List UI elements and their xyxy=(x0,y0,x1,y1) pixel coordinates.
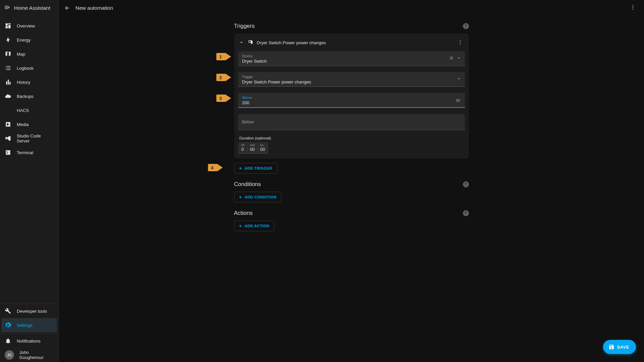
sidebar-item-media[interactable]: Media xyxy=(0,117,58,131)
duration-label: Duration (optional) xyxy=(239,136,465,140)
sidebar-item-logbook[interactable]: Logbook xyxy=(0,61,58,75)
sidebar-item-label: Notifications xyxy=(17,339,41,344)
sidebar-item-hacs[interactable]: HACS xyxy=(0,103,58,117)
main: New automation Triggers ? Dryer Switch xyxy=(59,0,644,362)
duration-field[interactable]: hh 0 : mm 00 : ss 00 xyxy=(238,142,269,154)
add-condition-label: ADD CONDITION xyxy=(245,195,276,199)
above-field[interactable]: Above W xyxy=(238,93,465,108)
vscode-icon xyxy=(5,135,11,142)
sidebar-item-notifications[interactable]: Notifications xyxy=(0,334,58,348)
lightning-icon xyxy=(5,37,11,43)
sidebar-item-energy[interactable]: Energy xyxy=(0,33,58,47)
duration-hh[interactable]: 0 xyxy=(241,147,245,152)
sidebar-item-label: Backups xyxy=(17,94,34,99)
device-type-icon xyxy=(248,39,254,46)
add-condition-button[interactable]: + ADD CONDITION xyxy=(234,192,282,202)
conditions-title: Conditions xyxy=(234,181,261,188)
device-label: Device xyxy=(242,54,461,58)
sidebar: Home Assistant Overview Energy Map Logbo… xyxy=(0,0,59,362)
triggers-header: Triggers ? xyxy=(234,23,469,29)
svg-point-3 xyxy=(460,40,460,41)
plus-icon: + xyxy=(239,195,242,199)
actions-help-icon[interactable]: ? xyxy=(463,210,469,216)
sidebar-item-map[interactable]: Map xyxy=(0,47,58,61)
cloud-icon xyxy=(5,93,11,100)
clear-icon[interactable] xyxy=(449,55,454,62)
above-input[interactable] xyxy=(242,100,461,105)
annotation-2: 2 xyxy=(216,73,231,81)
triggers-title: Triggers xyxy=(234,23,255,29)
conditions-help-icon[interactable]: ? xyxy=(463,181,469,187)
svg-point-0 xyxy=(633,5,633,6)
terminal-icon xyxy=(5,149,11,156)
trigger-value: Dryer Switch Power power changes xyxy=(242,79,461,85)
sidebar-item-terminal[interactable]: Terminal xyxy=(0,145,58,160)
sidebar-item-label: Map xyxy=(17,52,25,57)
actions-header: Actions ? xyxy=(234,210,469,217)
sidebar-item-label: Terminal xyxy=(17,150,33,155)
list-icon xyxy=(5,65,11,71)
annotation-1: 1 xyxy=(216,53,231,61)
duration-mm-label: mm xyxy=(250,143,255,147)
save-icon xyxy=(608,344,614,350)
sidebar-item-history[interactable]: History xyxy=(0,75,58,89)
save-button[interactable]: SAVE xyxy=(603,340,636,354)
chart-icon xyxy=(5,79,11,85)
map-icon xyxy=(5,51,11,57)
play-icon xyxy=(5,121,11,128)
sidebar-item-label: Energy xyxy=(17,38,31,43)
page-title: New automation xyxy=(75,5,113,11)
triggers-help-icon[interactable]: ? xyxy=(463,23,469,29)
sidebar-item-studio-code[interactable]: Studio Code Server xyxy=(0,131,58,145)
sidebar-item-overview[interactable]: Overview xyxy=(0,19,58,33)
sidebar-header: Home Assistant xyxy=(0,0,58,16)
sidebar-item-label: HACS xyxy=(17,108,29,113)
collapse-icon[interactable] xyxy=(239,40,244,46)
duration-ss-label: ss xyxy=(260,143,265,147)
svg-point-5 xyxy=(460,44,460,44)
device-field[interactable]: Device Dryer Switch xyxy=(238,51,465,66)
add-trigger-label: ADD TRIGGER xyxy=(245,166,272,170)
dropdown-icon[interactable] xyxy=(456,55,462,62)
hacs-icon xyxy=(5,107,11,114)
trigger-card: Dryer Switch Power power changes 1 Devic… xyxy=(234,34,469,159)
above-unit: W xyxy=(456,98,460,103)
sidebar-item-devtools[interactable]: Developer tools xyxy=(0,304,58,318)
below-field[interactable]: Below xyxy=(238,114,465,130)
bell-icon xyxy=(5,338,11,344)
trigger-field[interactable]: Trigger Dryer Switch Power power changes xyxy=(238,72,465,87)
svg-point-4 xyxy=(460,42,460,43)
sidebar-item-label: History xyxy=(17,80,30,85)
trigger-card-menu[interactable] xyxy=(456,38,464,47)
sidebar-item-label: Developer tools xyxy=(17,309,47,314)
add-action-button[interactable]: + ADD ACTION xyxy=(234,221,274,231)
menu-toggle-icon[interactable] xyxy=(4,4,10,12)
add-trigger-button[interactable]: + ADD TRIGGER xyxy=(234,163,277,174)
actions-title: Actions xyxy=(234,210,253,217)
sidebar-item-settings[interactable]: Settings xyxy=(1,318,57,332)
save-label: SAVE xyxy=(617,345,629,350)
sidebar-item-user[interactable]: JG John Goughenour xyxy=(0,348,58,362)
below-placeholder: Below xyxy=(242,119,461,125)
sidebar-item-backups[interactable]: Backups xyxy=(0,89,58,103)
sidebar-item-label: Overview xyxy=(17,23,35,28)
sidebar-bottom: Developer tools Settings Notifications J… xyxy=(0,304,58,362)
app-title: Home Assistant xyxy=(14,5,50,11)
annotation-3: 3 xyxy=(216,94,231,102)
conditions-header: Conditions ? xyxy=(234,181,469,188)
sidebar-nav: Overview Energy Map Logbook History Back… xyxy=(0,16,58,304)
trigger-label: Trigger xyxy=(242,75,461,79)
svg-point-1 xyxy=(633,7,633,8)
page-menu-button[interactable] xyxy=(627,2,639,14)
duration-mm[interactable]: 00 xyxy=(250,147,255,152)
add-action-label: ADD ACTION xyxy=(245,224,269,228)
sidebar-item-label: Logbook xyxy=(17,66,34,71)
dashboard-icon xyxy=(5,22,11,29)
plus-icon: + xyxy=(239,166,242,171)
device-value: Dryer Switch xyxy=(242,58,461,64)
wrench-icon xyxy=(5,308,11,314)
back-button[interactable] xyxy=(64,5,70,11)
dropdown-icon[interactable] xyxy=(456,76,462,83)
trigger-card-title: Dryer Switch Power power changes xyxy=(257,40,326,45)
duration-ss[interactable]: 00 xyxy=(260,147,265,152)
